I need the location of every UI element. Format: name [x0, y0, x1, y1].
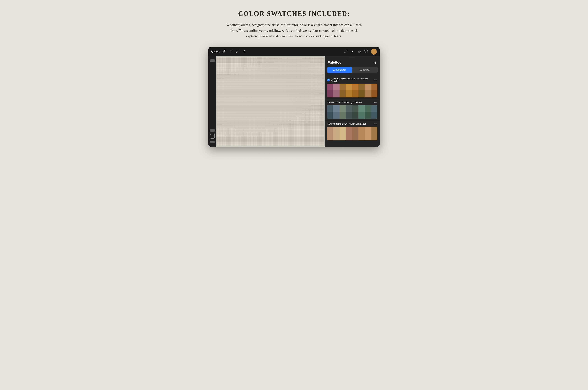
svg-rect-2	[358, 51, 361, 53]
swatch[interactable]	[352, 84, 359, 91]
palette-name: Portrait of Anton Peschka,1909 by Egon S…	[331, 78, 374, 82]
svg-rect-6	[360, 69, 361, 69]
cards-label: Cards	[363, 68, 370, 71]
sidebar-tool-3[interactable]	[210, 134, 215, 139]
swatch[interactable]	[371, 91, 377, 97]
swatch[interactable]	[327, 127, 333, 140]
palette-checked-icon: ✓	[327, 79, 330, 81]
palette-more-button[interactable]: •••	[374, 101, 377, 104]
palette-item: ✓ Portrait of Anton Peschka,1909 by Egon…	[325, 76, 380, 99]
swatch[interactable]	[359, 91, 365, 97]
swatch[interactable]	[352, 91, 359, 97]
app-window: Gallery	[208, 47, 380, 147]
palette-name-row: Pair embracing, 1917 by Egon Schiele (2)	[327, 123, 366, 125]
swatch[interactable]	[352, 112, 359, 119]
palette-list: ✓ Portrait of Anton Peschka,1909 by Egon…	[325, 75, 380, 147]
swatch[interactable]	[352, 105, 359, 112]
share-icon[interactable]	[243, 49, 246, 54]
palette-swatches	[327, 105, 377, 119]
swatch[interactable]	[346, 84, 352, 91]
sidebar-tool-2[interactable]	[210, 129, 215, 132]
palette-more-button[interactable]: •••	[374, 79, 377, 81]
swatch[interactable]	[327, 112, 333, 119]
swatch[interactable]	[359, 112, 365, 119]
palette-item-header: Houses on the River by Egon Schiele •••	[327, 101, 377, 104]
swatch[interactable]	[365, 84, 371, 91]
svg-rect-3	[333, 69, 335, 69]
swatch[interactable]	[327, 105, 333, 112]
swatch[interactable]	[365, 112, 371, 119]
smudge-icon[interactable]	[351, 49, 354, 54]
swatch[interactable]	[371, 112, 377, 119]
palette-more-button[interactable]: •••	[374, 122, 377, 125]
left-sidebar	[208, 56, 217, 147]
canvas-texture	[217, 56, 325, 147]
brush-icon[interactable]	[344, 49, 347, 54]
eraser-icon[interactable]	[357, 49, 361, 54]
swatch[interactable]	[333, 112, 340, 119]
swatch[interactable]	[340, 84, 346, 91]
svg-rect-8	[360, 70, 361, 71]
swatch[interactable]	[371, 105, 377, 112]
swatches-row-bottom	[327, 91, 377, 97]
swatch[interactable]	[327, 91, 333, 97]
page-subtitle: Whether you're a designer, fine artist, …	[225, 22, 363, 39]
palette-name: Houses on the River by Egon Schiele	[327, 101, 362, 103]
swatch[interactable]	[346, 127, 352, 140]
swatch[interactable]	[333, 91, 340, 97]
view-switcher: Compact Cards	[327, 67, 378, 73]
compact-view-button[interactable]: Compact	[327, 67, 352, 73]
swatches-row-top	[327, 105, 377, 112]
swatch[interactable]	[327, 84, 333, 91]
swatch[interactable]	[340, 105, 346, 112]
svg-rect-7	[361, 69, 362, 69]
svg-point-1	[239, 50, 239, 50]
palette-name-row: Houses on the River by Egon Schiele	[327, 101, 362, 103]
canvas-area	[217, 56, 325, 147]
swatch[interactable]	[340, 127, 346, 140]
sidebar-tool-4[interactable]	[210, 141, 215, 144]
swatch[interactable]	[340, 91, 346, 97]
app-content: Palettes + Compact	[208, 56, 380, 147]
svg-rect-9	[361, 70, 362, 71]
swatch[interactable]	[365, 127, 371, 140]
pen-path-icon[interactable]	[236, 49, 239, 54]
drag-handle-bar	[349, 58, 355, 58]
swatch[interactable]	[359, 84, 365, 91]
panel-drag-handle	[325, 56, 380, 59]
toolbar: Gallery	[208, 47, 380, 56]
palette-item: Pair embracing, 1917 by Egon Schiele (2)…	[325, 121, 380, 142]
swatch[interactable]	[346, 112, 352, 119]
svg-point-0	[236, 52, 237, 53]
swatch[interactable]	[359, 105, 365, 112]
panel-title: Palettes	[328, 60, 341, 65]
palette-item-header: Pair embracing, 1917 by Egon Schiele (2)…	[327, 122, 377, 125]
palette-name: Pair embracing, 1917 by Egon Schiele (2)	[327, 123, 366, 125]
swatch[interactable]	[333, 84, 340, 91]
compact-label: Compact	[336, 68, 346, 71]
add-palette-button[interactable]: +	[374, 60, 377, 65]
swatch[interactable]	[371, 127, 377, 140]
swatch[interactable]	[371, 84, 377, 91]
swatch[interactable]	[346, 91, 352, 97]
palette-item-header: ✓ Portrait of Anton Peschka,1909 by Egon…	[327, 78, 377, 82]
swatch[interactable]	[359, 127, 365, 140]
gallery-button[interactable]: Gallery	[211, 50, 220, 53]
magic-icon[interactable]	[230, 49, 233, 54]
color-swatch[interactable]	[371, 49, 377, 55]
cards-view-button[interactable]: Cards	[353, 67, 377, 73]
swatch[interactable]	[352, 127, 359, 140]
layers-icon[interactable]	[364, 49, 368, 54]
swatch[interactable]	[365, 105, 371, 112]
swatches-row-bottom	[327, 112, 377, 119]
palette-swatches	[327, 84, 377, 97]
swatch[interactable]	[340, 112, 346, 119]
toolbar-left: Gallery	[211, 49, 246, 54]
swatch[interactable]	[333, 127, 340, 140]
swatch[interactable]	[346, 105, 352, 112]
panel-header: Palettes +	[325, 59, 380, 67]
wrench-icon[interactable]	[223, 49, 226, 54]
sidebar-tool-1[interactable]	[210, 59, 215, 62]
swatch[interactable]	[365, 91, 371, 97]
swatch[interactable]	[333, 105, 340, 112]
